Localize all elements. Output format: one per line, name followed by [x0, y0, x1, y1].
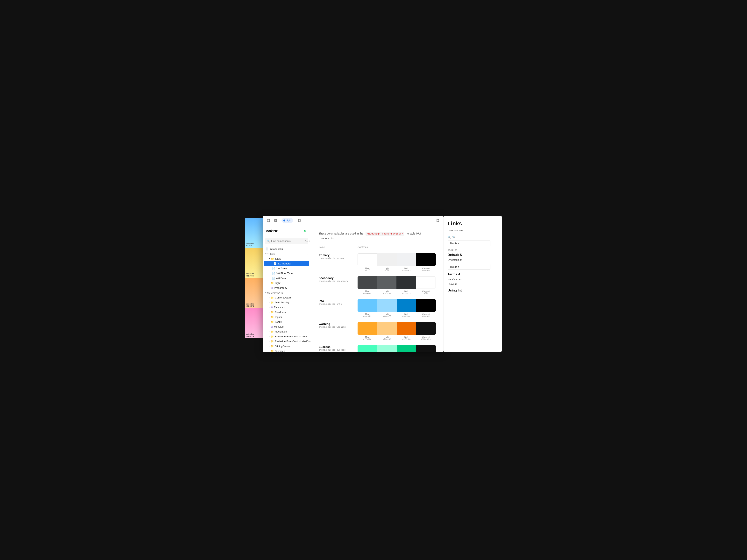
nav-item-menulist[interactable]: › ⊞ MenuList	[263, 324, 311, 329]
svg-rect-5	[276, 221, 277, 222]
filter-icon[interactable]: ≡	[306, 240, 308, 242]
color-name-col-info: Info theme.palette.info	[319, 299, 354, 305]
components-section-icon: ⌄	[306, 291, 308, 294]
primary-swatch-contrast	[416, 254, 436, 266]
nav-label-menulist: MenuList	[274, 325, 284, 328]
nav-item-light[interactable]: › 📁 Light	[263, 281, 311, 286]
primary-swatches-bar	[358, 254, 436, 266]
right-terms-text: Here's an ex	[447, 277, 498, 282]
color-name-col-warning: Warning theme.palette.warning	[319, 322, 354, 328]
nav-label-ridertype: 3.0 Rider Type	[276, 272, 292, 275]
folder-icon-light: 📁	[271, 282, 274, 285]
mode-label: light	[287, 219, 291, 222]
search-icon: 🔍	[267, 240, 270, 242]
light-chevron: ›	[269, 282, 269, 284]
nav-item-fancyicon[interactable]: › ⊞ Fancy Icon	[263, 305, 311, 310]
expand-icon[interactable]	[435, 218, 440, 223]
nav-item-introduction[interactable]: 📄 Introduction	[263, 246, 311, 251]
nav-label-general: 1.0 General	[278, 262, 291, 265]
primary-swatch-dark	[397, 254, 416, 266]
grid-icon[interactable]	[273, 218, 278, 223]
right-input-preview-2[interactable]: This is a	[447, 264, 490, 270]
nav-label-redesignrformcontent: RedesignrFormControlLabelContent	[275, 340, 311, 343]
nav-item-zones[interactable]: 📄 2.0 Zones	[263, 266, 311, 271]
search-input[interactable]	[271, 240, 304, 242]
nav-label-data: 4.0 Data	[276, 277, 286, 279]
color-row-success: Success theme.palette.success	[319, 345, 436, 352]
storybook-icon[interactable]	[297, 218, 302, 223]
nav-label-surfaces: Surfaces	[275, 350, 285, 352]
secondary-name: Secondary	[319, 276, 354, 279]
theme-label: THEME	[267, 253, 275, 255]
nav-label-slidingdrawer: SlidingDrawer	[275, 345, 291, 348]
nav-item-data[interactable]: 📄 4.0 Data	[263, 276, 311, 281]
single-column-icon[interactable]	[266, 218, 271, 223]
primary-swatch-light	[378, 254, 397, 266]
info-swatches-bar	[358, 299, 436, 312]
warning-swatch-dark	[397, 322, 416, 335]
svg-rect-0	[267, 219, 269, 222]
nav-item-general[interactable]: 📄 1.0 General	[264, 261, 309, 266]
add-icon[interactable]: +	[308, 239, 310, 243]
nav-item-navigation[interactable]: › 📁 Navigation	[263, 329, 311, 334]
typo-chevron: ›	[269, 287, 269, 289]
nav-item-feedback[interactable]: › 📁 Feedback	[263, 310, 311, 315]
nav-item-lobby[interactable]: › 📁 Lobby	[263, 319, 311, 324]
nav-item-redesignrformcontent[interactable]: › 📁 RedesignrFormControlLabelContent	[263, 339, 311, 344]
refresh-button[interactable]: ↻	[302, 228, 308, 234]
nav-label-navigation: Navigation	[275, 330, 287, 333]
nav-item-ridertype[interactable]: 📄 3.0 Rider Type	[263, 271, 311, 276]
sidebar-nav: 📄 Introduction ▾ THEME ⌄ ▾ 📁	[263, 246, 311, 352]
svg-rect-2	[274, 219, 275, 220]
theme-chevron: ▾	[265, 253, 266, 255]
info-name: Info	[319, 299, 354, 302]
nav-item-slidingdrawer[interactable]: › 📁 SlidingDrawer	[263, 344, 311, 349]
right-panel: Links Links are use 🔍 🔍 This is a STORIE…	[443, 216, 502, 352]
doc-icon-zones: 📄	[272, 267, 275, 270]
folder-icon-slidingdrawer: 📁	[271, 345, 274, 348]
nav-item-inputs[interactable]: › 📁 Inputs	[263, 315, 311, 319]
color-name-col-success: Success theme.palette.success	[319, 345, 354, 351]
theme-section-icon: ⌄	[306, 252, 308, 255]
success-token: theme.palette.success	[319, 349, 354, 351]
color-row-info: Info theme.palette.info	[319, 299, 436, 318]
info-label-contrast: Contrast#000000	[416, 313, 436, 318]
info-token: theme.palette.info	[319, 303, 354, 305]
secondary-swatches-bar	[358, 276, 436, 289]
nav-label-zones: 2.0 Zones	[276, 267, 287, 270]
swatch-label-pink: adientEnd #FFC2E4	[246, 333, 261, 338]
right-search-icon-1[interactable]: 🔍	[447, 236, 451, 239]
light-mode-button[interactable]: light	[282, 218, 293, 223]
nav-item-redesignrform[interactable]: › 📁 RedesignrFormControlLabel	[263, 334, 311, 339]
color-name-col-secondary: Secondary theme.palette.secondary	[319, 276, 354, 282]
right-search-icon-2[interactable]: 🔍	[452, 236, 456, 239]
code-tag: <RedesignrThemeProvider>	[365, 232, 404, 236]
right-input-preview-1[interactable]: This is a	[447, 241, 490, 246]
nav-item-typography[interactable]: › ⊞ Typography	[263, 286, 311, 290]
search-actions: / ≡ +	[305, 239, 310, 243]
search-bar[interactable]: 🔍 / ≡ +	[265, 238, 308, 244]
secondary-label-main: Main#454749	[358, 290, 377, 295]
primary-swatch-main	[358, 254, 378, 266]
nav-item-dark[interactable]: ▾ 📁 Dark	[263, 256, 311, 261]
warning-label-main: Main#ffa726	[358, 336, 377, 341]
info-swatch-dark	[397, 299, 416, 312]
folder-icon-redesignrformcontent: 📁	[271, 340, 274, 343]
toolbar: light	[263, 216, 443, 225]
primary-swatches: Main#fff Light#fff Dark#F0F1F3 Contrast#…	[358, 254, 436, 272]
nav-item-contentdetails[interactable]: › 📁 ContentDetails	[263, 295, 311, 300]
doc-icon-data: 📄	[272, 277, 275, 279]
nav-item-surfaces[interactable]: › 📁 Surfaces	[263, 349, 311, 352]
secondary-label-light: Light#5C5F61	[377, 290, 397, 295]
primary-label-dark: Dark#F0F1F3	[397, 267, 416, 272]
nav-item-datadisplay[interactable]: › 📁 Data Display	[263, 300, 311, 305]
folder-icon-inputs: 📁	[271, 316, 274, 319]
right-input-text-1: This is a	[450, 242, 459, 245]
gradient-swatch-yellow: adientEnd #FEF39B	[245, 248, 263, 278]
theme-section-header[interactable]: ▾ THEME ⌄	[263, 251, 311, 256]
components-section-header[interactable]: ▾ COMPONENTS ⌄	[263, 290, 311, 295]
secondary-label-dark: Dark#2E3133	[397, 290, 416, 295]
warning-swatches: Main#ffa726 Light#ffcc80 Dark#ef6c00 Con…	[358, 322, 436, 341]
color-row-header-info: Info theme.palette.info	[319, 299, 436, 318]
folder-icon-dark: 📁	[271, 257, 274, 260]
